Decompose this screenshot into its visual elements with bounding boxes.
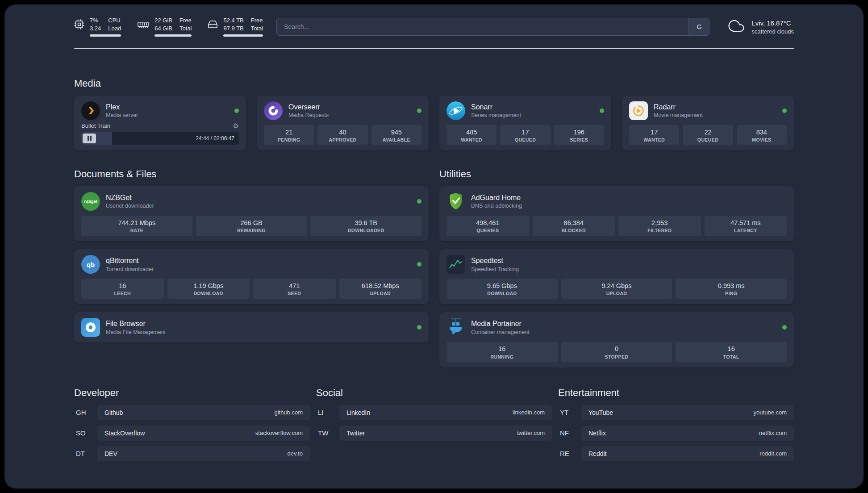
cpu-label: CPU [108,17,121,24]
weather-location: Lviv, 16.87°C [751,19,794,27]
weather-condition: scattered clouds [751,28,794,35]
stat-label: PING [677,291,785,296]
section-title-entertainment: Entertainment [558,387,794,399]
stat-value: 744.21 Mbps [83,219,191,227]
stat-label: REMAINING [198,228,305,233]
stats-row: 9.65 Gbps DOWNLOAD 9.24 Gbps UPLOAD 0.99… [447,279,787,299]
stat-value: 945 [373,128,420,136]
app-card-speedtest[interactable]: Speedtest Speedtest Tracking 9.65 Gbps D… [439,249,794,304]
stat-value: 0.993 ms [677,282,785,290]
plex-now-playing: Bullet Train ⚙ 24:44 / 02:06:47 [81,122,239,145]
app-name-radarr: Radarr [654,103,703,111]
stat-label: APPROVED [319,137,366,142]
links-column-social: Social LI LinkedIn linkedin.com TW Twitt… [316,387,552,461]
stat-label: LATENCY [706,228,785,233]
stats-row: 17 WANTED 22 QUEUED 834 MOVIES [629,125,787,145]
stat-value: 196 [556,128,602,136]
link-row-github[interactable]: GH Github github.com [74,405,310,420]
stat-value: 16 [448,345,556,353]
app-card-qbittorrent[interactable]: qb qBittorrent Torrent downloader 16 [74,249,429,304]
stat-label: UPLOAD [563,291,671,296]
search-input[interactable] [277,18,689,35]
stat-value: 86,384 [534,219,613,227]
link-abbr: NF [558,429,581,437]
system-metrics: 7% 3.24 CPU Load [74,17,263,37]
app-card-portainer[interactable]: Media Portainer Container management 16 … [439,312,794,367]
disk-usage-bar [223,34,263,37]
playback-time: 24:44 / 02:06:47 [196,135,234,142]
link-row-netflix[interactable]: NF Netflix netflix.com [558,426,794,441]
stat-tile: 9.65 Gbps DOWNLOAD [447,279,558,299]
status-dot [417,109,421,113]
stat-value: 47.571 ms [706,219,785,227]
link-row-linkedin[interactable]: LI LinkedIn linkedin.com [316,405,552,420]
stat-tile: 618.52 Mbps UPLOAD [339,279,422,299]
stat-value: 21 [266,128,312,136]
stat-tile: 17 QUEUED [500,125,550,145]
app-subtitle-speedtest: Speedtest Tracking [471,266,519,272]
stat-label: QUEUED [684,137,731,142]
link-abbr: DT [74,450,97,457]
stat-value: 266 GB [198,219,305,227]
overseerr-icon [264,101,283,120]
stat-tile: 39.6 TB DOWNLOADED [310,216,421,236]
ram-icon [137,19,149,31]
link-abbr: YT [558,409,581,416]
stat-value: 17 [502,128,548,136]
stat-label: SEED [255,291,334,296]
app-name-portainer: Media Portainer [471,320,530,328]
links-column-developer: Developer GH Github github.com SO StackO… [74,387,310,461]
stat-tile: 47.571 ms LATENCY [705,216,787,236]
app-subtitle-filebrowser: Media File Management [106,329,166,335]
section-title-social: Social [316,387,552,399]
column-documents: Documents & Files nzbget NZBGet Usenet d… [74,168,429,343]
search-engine-button[interactable]: G [689,18,709,35]
section-media: Media Plex Media server [74,78,794,150]
stat-label: QUERIES [448,228,527,233]
link-row-reddit[interactable]: RE Reddit reddit.com [558,446,794,461]
disk-total-label: Total [251,25,263,32]
stat-value: 22 [684,128,731,136]
link-abbr: SO [74,429,97,437]
stat-label: AVAILABLE [373,137,420,142]
disk-metric: 52.4 TB 97.9 TB Free Total [208,17,263,37]
stat-tile: 471 SEED [253,279,336,299]
dashboard-content: 7% 3.24 CPU Load [4,4,864,489]
app-card-sonarr[interactable]: Sonarr Series management 485 WANTED 17 Q… [439,96,611,150]
app-card-filebrowser[interactable]: File Browser Media File Management [74,312,429,343]
link-row-twitter[interactable]: TW Twitter twitter.com [316,426,552,441]
stat-label: WANTED [631,137,677,142]
ram-total-value: 64 GiB [154,25,172,32]
link-name: Github [104,409,123,416]
app-name-plex: Plex [106,103,138,111]
app-card-adguard[interactable]: AdGuard Home DNS and adblocking 498,461 … [439,186,794,241]
app-subtitle-radarr: Movie management [654,112,703,118]
link-url: github.com [274,409,303,416]
link-row-youtube[interactable]: YT YouTube youtube.com [558,405,794,420]
link-row-dev[interactable]: DT DEV dev.to [74,446,310,461]
link-abbr: TW [316,429,339,437]
link-url: netflix.com [759,430,787,436]
stat-label: LEECH [83,291,162,296]
stat-tile: 0.993 ms PING [676,279,787,299]
playback-progress-bar[interactable]: 24:44 / 02:06:47 [81,132,239,145]
app-card-overseerr[interactable]: Overseerr Media Requests 21 PENDING 40 A… [257,96,429,150]
link-url: twitter.com [517,430,545,436]
stat-tile: 9.24 Gbps UPLOAD [561,279,672,299]
app-name-speedtest: Speedtest [471,257,519,265]
gear-icon[interactable]: ⚙ [233,122,239,129]
cpu-usage-value: 7% [90,17,101,24]
link-abbr: RE [558,450,581,457]
disk-metric-body: 52.4 TB 97.9 TB Free Total [223,17,263,37]
app-card-nzbget[interactable]: nzbget NZBGet Usenet downloader 744.21 M… [74,186,429,241]
stat-value: 40 [319,128,366,136]
link-row-stackoverflow[interactable]: SO StackOverflow stackoverflow.com [74,426,310,441]
search-bar[interactable]: G [276,18,709,36]
sonarr-icon [447,101,465,120]
pause-button[interactable] [83,134,96,143]
stat-tile: 196 SERIES [554,125,604,145]
now-playing-title: Bullet Train [81,122,110,129]
speedtest-icon [447,255,465,274]
app-card-plex[interactable]: Plex Media server Bullet Train ⚙ [74,96,246,150]
app-card-radarr[interactable]: Radarr Movie management 17 WANTED 22 QUE… [622,96,794,150]
